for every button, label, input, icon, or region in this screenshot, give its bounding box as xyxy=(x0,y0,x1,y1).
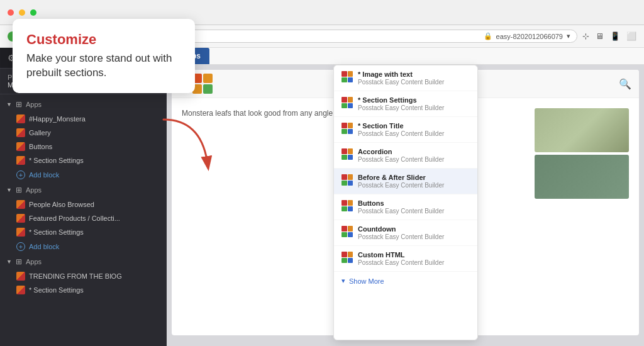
tree-group-apps-2[interactable]: ▼ ⊞ Apps xyxy=(0,182,167,198)
plant-image-1 xyxy=(535,108,629,152)
add-block-circle-1: + xyxy=(16,170,25,179)
dot-green[interactable] xyxy=(30,9,36,16)
chevron-icon-2: ▼ xyxy=(6,187,12,193)
apps-group-icon-2: ⊞ xyxy=(16,186,22,194)
dropdown-name-section-title: * Section Title xyxy=(358,122,470,130)
tablet-icon[interactable]: ⬜ xyxy=(626,31,636,41)
dropdown-name-accordion: Accordion xyxy=(358,148,470,155)
dropdown-item-section-settings[interactable]: * Section Settings Posstack Easy Content… xyxy=(334,91,477,117)
dropdown-icon-section-settings xyxy=(341,97,353,108)
callout-card: Customize Make your store stand out with… xyxy=(13,19,195,93)
dropdown-item-buttons[interactable]: Buttons Posstack Easy Content Builder xyxy=(334,194,477,220)
lock-icon: 🔒 xyxy=(484,32,492,40)
logo-sq-green xyxy=(203,84,213,94)
dropdown-sub-countdown: Posstack Easy Content Builder xyxy=(358,233,470,240)
apps-group-label-1: Apps xyxy=(26,101,42,108)
di-sq-g5 xyxy=(341,181,347,186)
url-chevron2: ▾ xyxy=(567,32,570,40)
preview-padded: ☰ #Happy_Monstera 🔍 Monstera leafs that … xyxy=(167,65,644,340)
dropdown-text-accordion: Accordion Posstack Easy Content Builder xyxy=(358,148,470,163)
item-label-featured-products: Featured Products / Collecti... xyxy=(29,215,120,222)
add-block-btn-1[interactable]: + Add block xyxy=(0,167,167,182)
add-block-btn-2[interactable]: + Add block xyxy=(0,239,167,254)
di-sq-o3 xyxy=(348,123,353,128)
dropdown-icon-before-after xyxy=(341,174,353,186)
dropdown-panel: * Image with text Posstack Easy Content … xyxy=(333,65,478,340)
dropdown-item-countdown[interactable]: Countdown Posstack Easy Content Builder xyxy=(334,220,477,246)
dropdown-text-section-settings: * Section Settings Posstack Easy Content… xyxy=(358,96,470,111)
item-icon-section-settings2 xyxy=(16,228,25,237)
apps-group-label-3: Apps xyxy=(26,258,42,265)
dropdown-item-before-after-slider[interactable]: Before & After Slider Posstack Easy Cont… xyxy=(334,169,477,194)
dropdown-icon-image-with-text xyxy=(341,71,353,82)
di-sq-o6 xyxy=(348,200,353,206)
show-more-row[interactable]: ▾ Show More xyxy=(334,272,477,290)
di-sq-g7 xyxy=(341,232,347,238)
callout-body: Make your store stand out with prebuilt … xyxy=(26,52,181,81)
show-more-label: Show More xyxy=(349,277,384,285)
di-sq-g3 xyxy=(341,129,347,135)
dropdown-sub-before-after: Posstack Easy Content Builder xyxy=(358,182,470,189)
cursor-icon[interactable]: ⊹ xyxy=(582,31,589,41)
dropdown-text-buttons: Buttons Posstack Easy Content Builder xyxy=(358,199,470,215)
apps-tab-bar: Apps xyxy=(167,48,644,65)
dropdown-name-countdown: Countdown xyxy=(358,225,470,233)
tree-item-happy-monstera[interactable]: #Happy_Monstera xyxy=(0,112,167,126)
tree-item-trending-blog[interactable]: TRENDING FROM THE BlOG xyxy=(0,269,167,283)
dot-red[interactable] xyxy=(8,9,14,16)
di-sq-o8 xyxy=(348,252,353,257)
di-sq-r4 xyxy=(341,148,347,154)
logo-icon xyxy=(192,74,213,94)
di-sq-b2 xyxy=(348,103,353,109)
tree-item-buttons1[interactable]: Buttons xyxy=(0,140,167,153)
preview-images xyxy=(535,108,629,199)
tree-item-section-settings1[interactable]: * Section Settings xyxy=(0,153,167,167)
preview-area: Apps ☰ #Happy_Monstera 🔍 xyxy=(167,48,644,346)
dropdown-item-image-with-text[interactable]: * Image with text Posstack Easy Content … xyxy=(334,65,477,91)
di-sq-o5 xyxy=(348,174,353,180)
apps-group-icon-1: ⊞ xyxy=(16,100,22,109)
search-icon[interactable]: 🔍 xyxy=(619,78,631,90)
tree-item-featured-products[interactable]: Featured Products / Collecti... xyxy=(0,211,167,225)
di-sq-b4 xyxy=(348,155,353,160)
item-label-section-settings1: * Section Settings xyxy=(29,157,84,164)
dropdown-sub-image-with-text: Posstack Easy Content Builder xyxy=(358,79,470,86)
item-label-trending-blog: TRENDING FROM THE BlOG xyxy=(29,272,122,280)
di-sq-r8 xyxy=(341,252,347,257)
desktop-icon[interactable]: 🖥 xyxy=(596,31,604,41)
dropdown-name-custom-html: Custom HTML xyxy=(358,251,470,259)
item-label-gallery: Gallery xyxy=(29,129,51,137)
di-sq-b5 xyxy=(348,181,353,186)
add-block-label-2: Add block xyxy=(29,243,59,250)
di-sq-g6 xyxy=(341,206,347,212)
apps-group-label-2: Apps xyxy=(26,186,42,194)
item-icon-people-browsed xyxy=(16,200,25,209)
chevron-icon-1: ▼ xyxy=(6,101,12,108)
dropdown-item-section-title[interactable]: * Section Title Posstack Easy Content Bu… xyxy=(334,117,477,143)
callout-title: Customize xyxy=(26,31,181,48)
plant-image-2 xyxy=(535,155,629,199)
tree-group-apps-1[interactable]: ▼ ⊞ Apps xyxy=(0,97,167,112)
dropdown-icon-buttons xyxy=(341,200,353,211)
tree-group-apps-3[interactable]: ▼ ⊞ Apps xyxy=(0,254,167,269)
dropdown-sub-accordion: Posstack Easy Content Builder xyxy=(358,156,470,163)
mobile-icon[interactable]: 📱 xyxy=(610,31,620,41)
item-label-happy-monstera: #Happy_Monstera xyxy=(29,115,86,123)
dropdown-text-custom-html: Custom HTML Posstack Easy Content Builde… xyxy=(358,251,470,266)
show-more-chevron: ▾ xyxy=(341,277,345,285)
tree-item-section-settings3[interactable]: * Section Settings xyxy=(0,283,167,297)
item-icon-happy-monstera xyxy=(16,114,25,123)
tree-item-people-browsed[interactable]: People Also Browsed xyxy=(0,198,167,211)
item-icon-gallery xyxy=(16,128,25,137)
dropdown-item-custom-html[interactable]: Custom HTML Posstack Easy Content Builde… xyxy=(334,246,477,272)
add-block-label-1: Add block xyxy=(29,171,59,179)
chevron-icon-3: ▼ xyxy=(6,259,12,265)
tree-item-section-settings2[interactable]: * Section Settings xyxy=(0,225,167,239)
tree-item-gallery[interactable]: Gallery xyxy=(0,126,167,140)
di-sq-r6 xyxy=(341,200,347,206)
dropdown-name-image-with-text: * Image with text xyxy=(358,70,470,78)
dot-yellow[interactable] xyxy=(19,9,25,16)
dropdown-item-accordion[interactable]: Accordion Posstack Easy Content Builder xyxy=(334,143,477,169)
dropdown-sub-custom-html: Posstack Easy Content Builder xyxy=(358,259,470,266)
dropdown-text-before-after: Before & After Slider Posstack Easy Cont… xyxy=(358,174,470,189)
